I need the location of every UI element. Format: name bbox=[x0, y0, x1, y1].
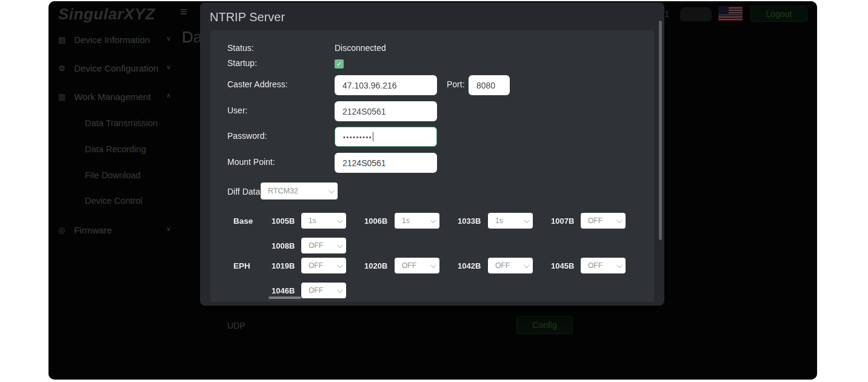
msg-1006B-label: 1006B bbox=[364, 216, 387, 226]
text-caret bbox=[373, 132, 373, 141]
user-input[interactable] bbox=[335, 101, 437, 121]
caster-address-input[interactable] bbox=[335, 75, 437, 95]
chevron-down-icon bbox=[329, 187, 335, 193]
msg-1046B-label: 1046B bbox=[272, 286, 295, 295]
port-label: Port: bbox=[447, 79, 465, 89]
chevron-down-icon bbox=[524, 217, 530, 223]
startup-label: Startup: bbox=[227, 58, 257, 68]
msg-1046B-select[interactable]: OFF bbox=[301, 283, 346, 298]
diff-data-select[interactable]: RTCM32 bbox=[261, 183, 338, 199]
msg-1008B-select[interactable]: OFF bbox=[301, 238, 346, 253]
port-input[interactable] bbox=[469, 75, 510, 95]
vertical-scrollbar-thumb[interactable] bbox=[659, 21, 662, 240]
status-value: Disconnected bbox=[335, 43, 386, 53]
user-label: User: bbox=[227, 106, 247, 115]
msg-1045B-label: 1045B bbox=[551, 261, 574, 270]
msg-1020B-label: 1020B bbox=[364, 261, 387, 270]
msg-1019B-label: 1019B bbox=[272, 261, 295, 270]
msg-1033B-label: 1033B bbox=[458, 216, 481, 226]
chevron-down-icon bbox=[616, 262, 623, 268]
startup-checkbox[interactable]: ✓ bbox=[335, 59, 344, 69]
caster-address-label: Caster Address: bbox=[227, 79, 288, 89]
chevron-down-icon bbox=[430, 262, 436, 268]
chevron-down-icon bbox=[337, 287, 343, 293]
msg-1019B-select[interactable]: OFF bbox=[301, 258, 346, 273]
modal-title: NTRIP Server bbox=[210, 10, 285, 24]
msg-1008B-label: 1008B bbox=[272, 241, 295, 250]
desktop-canvas: SingularXYZ ≡ 2124S0561 Logout Device In… bbox=[0, 0, 868, 382]
ntrip-server-modal: NTRIP Server Status: Disconnected Startu… bbox=[200, 2, 664, 306]
diff-data-label: Diff Data: bbox=[227, 187, 262, 196]
mount-point-input[interactable] bbox=[335, 153, 437, 173]
msg-1045B-select[interactable]: OFF bbox=[581, 258, 626, 273]
chevron-down-icon bbox=[337, 217, 343, 223]
msg-1005B-label: 1005B bbox=[272, 216, 295, 226]
msg-1007B-select[interactable]: OFF bbox=[581, 213, 626, 229]
base-group-label: Base bbox=[233, 216, 253, 226]
modal-form-panel: Status: Disconnected Startup: ✓ Caster A… bbox=[210, 30, 654, 302]
msg-1006B-select[interactable]: 1s bbox=[395, 213, 439, 229]
msg-1005B-select[interactable]: 1s bbox=[301, 213, 346, 229]
password-label: Password: bbox=[227, 131, 267, 141]
msg-1033B-select[interactable]: 1s bbox=[488, 213, 533, 229]
eph-group-label: EPH bbox=[233, 261, 250, 270]
chevron-down-icon bbox=[430, 217, 436, 223]
chevron-down-icon bbox=[337, 242, 343, 248]
chevron-down-icon bbox=[616, 217, 623, 223]
app-window: SingularXYZ ≡ 2124S0561 Logout Device In… bbox=[48, 1, 817, 380]
msg-1020B-select[interactable]: OFF bbox=[395, 258, 439, 273]
msg-1007B-label: 1007B bbox=[551, 216, 574, 226]
chevron-down-icon bbox=[524, 262, 530, 268]
status-label: Status: bbox=[227, 43, 254, 53]
msg-1042B-label: 1042B bbox=[458, 261, 481, 270]
chevron-down-icon bbox=[337, 262, 343, 268]
mount-point-label: Mount Point: bbox=[227, 157, 275, 167]
horizontal-scrollbar-thumb[interactable] bbox=[269, 297, 301, 299]
password-masked-value: ••••••••• bbox=[343, 133, 372, 141]
password-input[interactable]: ••••••••• bbox=[335, 127, 437, 147]
msg-1042B-select[interactable]: OFF bbox=[488, 258, 533, 273]
diff-data-value: RTCM32 bbox=[268, 187, 298, 195]
